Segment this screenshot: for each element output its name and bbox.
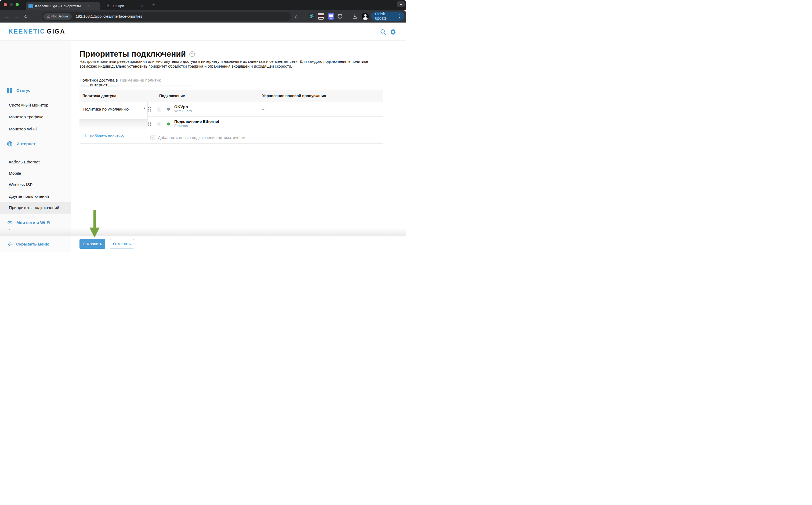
check-icon: ✓ <box>158 122 160 125</box>
address-bar[interactable]: ⚠ Not Secure 192.168.1.1/policies/interf… <box>42 12 291 21</box>
app-window: K Keenetic Giga – Приоритеты ✕ OKVpn ✕ +… <box>0 0 406 252</box>
column-connection: Подключение <box>159 90 185 102</box>
not-secure-label: Not Secure <box>51 14 68 18</box>
auto-add-checkbox[interactable]: ✓ <box>150 135 155 140</box>
table-row-auto-add: ✓ Добавлять новые подключения автоматиче… <box>148 131 383 144</box>
sidebar-item-wireless-isp[interactable]: Wireless ISP <box>0 179 71 190</box>
sidebar-item-ethernet-cable[interactable]: Кабель Ethernet <box>0 156 71 168</box>
check-icon: ✓ <box>151 136 154 139</box>
sidebar-item-traffic-monitor[interactable]: Монитор трафика <box>0 111 71 123</box>
arrow-left-icon <box>7 241 13 248</box>
toolbar-divider <box>348 13 348 19</box>
profile-avatar[interactable] <box>362 10 369 22</box>
page-title: Приоритеты подключений <box>80 49 186 58</box>
sidebar-section-label: Интернет <box>16 141 36 146</box>
browser-tab-bar: K Keenetic Giga – Приоритеты ✕ OKVpn ✕ + <box>0 0 406 10</box>
tab-title: Keenetic Giga – Приоритеты <box>35 4 92 8</box>
save-button[interactable]: Сохранить <box>80 239 105 249</box>
connection-type: Ethernet <box>174 124 219 128</box>
window-close-button[interactable] <box>4 3 7 6</box>
tab-title: OKVpn <box>113 4 124 8</box>
sidebar-item-mobile[interactable]: Mobile <box>0 167 71 179</box>
table-row-okvpn[interactable]: ✓ OKVpn WireGuard – <box>148 102 383 117</box>
bandwidth-value: – <box>262 121 264 126</box>
browser-tab-keenetic[interactable]: K Keenetic Giga – Приоритеты ✕ <box>26 2 100 10</box>
status-dot-active <box>167 122 170 125</box>
new-tab-button[interactable]: + <box>150 1 158 9</box>
reload-button[interactable]: ↻ <box>22 10 30 22</box>
policy-column-shade <box>80 120 148 130</box>
connection-name: Подключение Ethernet <box>174 119 219 124</box>
finish-update-label: Finish update <box>375 12 397 20</box>
okvpn-favicon-icon <box>106 4 110 8</box>
hide-menu-label[interactable]: Скрывать меню <box>16 242 49 246</box>
cancel-button[interactable]: Отменить <box>110 239 134 249</box>
sidebar-section-internet[interactable]: Интернет <box>0 138 71 150</box>
finish-update-button[interactable]: Finish update ⋮ <box>371 12 404 21</box>
brand-logo: KEENETICGIGA <box>9 28 65 35</box>
tab-search-button[interactable] <box>397 1 405 7</box>
content-tabs: Политики доступа в интернет Применение п… <box>80 78 191 87</box>
footer-gradient <box>0 228 406 236</box>
wifi-icon <box>7 220 12 225</box>
sidebar-section-label: Мои сети и Wi-Fi <box>16 220 50 225</box>
brand-keenetic: KEENETIC <box>9 28 45 35</box>
policy-name: Политика по умолчанию <box>83 107 129 111</box>
drag-handle-icon[interactable] <box>148 107 151 112</box>
sidebar-item-system-monitor[interactable]: Системный монитор <box>0 99 71 111</box>
sidebar-footer[interactable]: Скрывать меню <box>0 236 71 252</box>
brand-model: GIGA <box>47 28 65 35</box>
keyboard-extension-icon[interactable] <box>328 10 334 22</box>
table-row-ethernet[interactable]: ✓ Подключение Ethernet Ethernet – <box>148 117 383 131</box>
bookmark-star-icon[interactable]: ☆ <box>293 10 299 22</box>
help-icon[interactable]: ? <box>189 51 195 57</box>
react-devtools-extension-icon[interactable] <box>308 10 315 22</box>
window-zoom-button[interactable] <box>16 3 19 6</box>
window-minimize-button[interactable] <box>10 3 13 6</box>
column-bandwidth: Управление полосой пропускания <box>262 90 326 102</box>
forward-button[interactable]: → <box>12 10 20 22</box>
add-policy-button[interactable]: + Добавить политику <box>84 133 145 140</box>
page-description: Настройте политики резервирования или мн… <box>80 59 386 69</box>
tab-policy-application[interactable]: Применение политик <box>120 78 161 82</box>
sidebar-section-status[interactable]: Статус <box>0 85 71 96</box>
chevron-down-icon <box>399 2 402 5</box>
sidebar-item-connection-priorities[interactable]: Приоритеты подключений <box>0 202 71 214</box>
column-access-policy: Политика доступа <box>83 90 116 102</box>
downloads-icon[interactable] <box>352 10 358 22</box>
tab-divider <box>148 3 148 7</box>
connection-name: OKVpn <box>174 105 192 109</box>
check-icon: ✓ <box>158 108 160 111</box>
connection-type: WireGuard <box>174 109 192 113</box>
sidebar-item-wifi-monitor[interactable]: Монитор Wi-Fi <box>0 123 71 135</box>
policy-cell-default[interactable]: Политика по умолчанию * <box>80 102 148 120</box>
browser-menu-dots-icon[interactable]: ⋮ <box>397 14 401 18</box>
globe-icon <box>7 141 12 147</box>
extensions-puzzle-icon[interactable] <box>337 10 343 22</box>
table-header: Политика доступа Подключение Управление … <box>80 90 383 102</box>
browser-tab-okvpn[interactable]: OKVpn ✕ <box>102 2 146 10</box>
dashboard-icon <box>7 88 12 93</box>
green-arrow-head <box>90 227 100 237</box>
sidebar-section-my-networks[interactable]: Мои сети и Wi-Fi <box>0 217 71 228</box>
drag-handle-icon[interactable] <box>148 122 151 126</box>
default-policy-marker: * <box>143 106 145 111</box>
keenetic-favicon-icon: K <box>28 4 33 8</box>
search-icon[interactable] <box>380 29 386 35</box>
not-secure-chip[interactable]: ⚠ Not Secure <box>43 13 72 20</box>
mask-extension-icon[interactable] <box>318 10 324 22</box>
sidebar-section-label: Статус <box>16 88 30 93</box>
sidebar: Статус Системный монитор Монитор трафика… <box>0 41 71 236</box>
gear-icon[interactable] <box>390 29 396 35</box>
sidebar-item-other-connections[interactable]: Другие подключения <box>0 190 71 202</box>
tab-close-icon[interactable]: ✕ <box>141 5 144 7</box>
warning-icon: ⚠ <box>47 14 50 18</box>
plus-icon: + <box>84 133 87 139</box>
browser-toolbar: ← → ↻ ⚠ Not Secure 192.168.1.1/policies/… <box>0 10 406 22</box>
tab-underline-active <box>80 86 118 87</box>
status-dot-inactive <box>167 108 170 111</box>
url-text[interactable]: 192.168.1.1/policies/interface-prioritie… <box>76 14 142 18</box>
connection-checkbox[interactable]: ✓ <box>157 107 161 112</box>
back-button[interactable]: ← <box>3 10 11 22</box>
connection-checkbox[interactable]: ✓ <box>157 122 161 126</box>
